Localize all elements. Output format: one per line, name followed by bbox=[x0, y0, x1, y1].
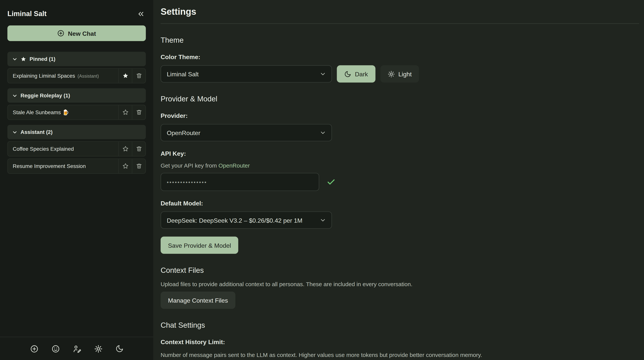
group-header-reggie-roleplay[interactable]: Reggie Roleplay (1) bbox=[8, 88, 146, 103]
group-label: Pinned (1) bbox=[30, 56, 56, 62]
chat-persona-suffix: (Assistant) bbox=[78, 73, 99, 78]
api-key-label: API Key: bbox=[160, 150, 639, 157]
chat-row[interactable]: Resume Improvement Session bbox=[8, 158, 146, 174]
settings-button[interactable] bbox=[94, 344, 102, 353]
sun-icon bbox=[388, 70, 394, 77]
provider-row: OpenRouter bbox=[160, 124, 639, 141]
star-outline-icon bbox=[122, 109, 128, 115]
delete-chat-button[interactable] bbox=[132, 159, 146, 173]
star-filled-icon bbox=[20, 56, 26, 62]
edit-persona-button[interactable] bbox=[72, 344, 81, 353]
chat-row[interactable]: Coffee Species Explained bbox=[8, 141, 146, 156]
plus-circle-icon bbox=[30, 344, 38, 353]
sidebar-footer-toolbar bbox=[0, 337, 153, 360]
delete-chat-button[interactable] bbox=[132, 105, 146, 120]
theme-toggle-button[interactable] bbox=[115, 344, 124, 353]
collapse-sidebar-button[interactable] bbox=[136, 9, 146, 19]
pin-chat-button[interactable] bbox=[118, 105, 132, 120]
provider-select[interactable]: OpenRouter bbox=[160, 124, 332, 141]
sidebar-header: Liminal Salt bbox=[8, 0, 146, 22]
delete-chat-button[interactable] bbox=[132, 142, 146, 156]
app-title: Liminal Salt bbox=[8, 10, 47, 18]
theme-section-heading: Theme bbox=[160, 36, 639, 45]
context-history-limit-description: Number of message pairs sent to the LLM … bbox=[160, 352, 639, 358]
save-row: Save Provider & Model bbox=[160, 236, 639, 254]
chat-title: Stale Ale Sunbeams 🍺 bbox=[13, 109, 69, 115]
group-header-assistant[interactable]: Assistant (2) bbox=[8, 125, 146, 139]
trash-icon bbox=[136, 163, 142, 169]
light-theme-button[interactable]: Light bbox=[380, 65, 419, 82]
dark-theme-button[interactable]: Dark bbox=[337, 65, 376, 82]
moon-icon bbox=[344, 70, 351, 77]
color-theme-value: Liminal Salt bbox=[167, 70, 198, 77]
app-root: Liminal Salt New Chat Pinned (1) Ex bbox=[0, 0, 644, 360]
chevron-down-icon bbox=[12, 130, 17, 134]
context-files-heading: Context Files bbox=[160, 266, 639, 275]
manage-context-files-button[interactable]: Manage Context Files bbox=[160, 292, 235, 309]
default-model-label: Default Model: bbox=[160, 200, 639, 206]
personas-icon bbox=[51, 344, 60, 353]
api-key-help: Get your API key from OpenRouter bbox=[160, 162, 639, 169]
provider-section-heading: Provider & Model bbox=[160, 95, 639, 104]
theme-controls-row: Liminal Salt Dark Light bbox=[160, 65, 639, 82]
dark-theme-label: Dark bbox=[355, 70, 368, 77]
light-theme-label: Light bbox=[398, 70, 412, 77]
group-label: Assistant (2) bbox=[20, 129, 52, 135]
user-edit-icon bbox=[72, 344, 81, 353]
new-chat-button[interactable]: New Chat bbox=[8, 26, 146, 41]
chat-settings-heading: Chat Settings bbox=[160, 321, 639, 330]
star-outline-icon bbox=[122, 163, 128, 169]
chat-row-main[interactable]: Coffee Species Explained bbox=[8, 142, 118, 156]
check-icon bbox=[326, 178, 336, 186]
trash-icon bbox=[136, 109, 142, 115]
new-chat-footer-button[interactable] bbox=[30, 344, 38, 353]
api-key-input[interactable] bbox=[160, 173, 319, 191]
new-chat-label: New Chat bbox=[68, 30, 96, 37]
plus-circle-icon bbox=[57, 30, 65, 37]
save-provider-model-button[interactable]: Save Provider & Model bbox=[160, 236, 238, 254]
title-divider bbox=[160, 23, 639, 24]
chat-group-assistant: Assistant (2) Coffee Species Explained bbox=[8, 125, 146, 174]
chat-title: Coffee Species Explained bbox=[13, 146, 74, 152]
openrouter-link[interactable]: OpenRouter bbox=[218, 162, 250, 169]
group-header-pinned[interactable]: Pinned (1) bbox=[8, 52, 146, 66]
trash-icon bbox=[136, 146, 142, 152]
star-filled-icon bbox=[122, 73, 128, 79]
sidebar-content: Liminal Salt New Chat Pinned (1) Ex bbox=[0, 0, 153, 337]
chevron-down-icon bbox=[12, 93, 17, 98]
color-theme-select[interactable]: Liminal Salt bbox=[160, 65, 332, 82]
default-model-row: DeepSeek: DeepSeek V3.2 – $0.26/$0.42 pe… bbox=[160, 212, 639, 229]
chevron-down-icon bbox=[320, 217, 326, 223]
chat-row[interactable]: Explaining Liminal Spaces (Assistant) bbox=[8, 68, 146, 83]
sidebar: Liminal Salt New Chat Pinned (1) Ex bbox=[0, 0, 153, 360]
provider-label: Provider: bbox=[160, 112, 639, 119]
group-label: Reggie Roleplay (1) bbox=[20, 92, 70, 98]
context-files-description: Upload files to provide additional conte… bbox=[160, 281, 639, 288]
chat-group-reggie-roleplay: Reggie Roleplay (1) Stale Ale Sunbeams 🍺 bbox=[8, 88, 146, 120]
chevron-down-icon bbox=[320, 130, 326, 136]
api-key-row bbox=[160, 173, 639, 191]
chevron-down-icon bbox=[12, 56, 17, 62]
unpin-chat-button[interactable] bbox=[118, 69, 132, 83]
page-title: Settings bbox=[160, 6, 639, 17]
chat-row[interactable]: Stale Ale Sunbeams 🍺 bbox=[8, 105, 146, 120]
pin-chat-button[interactable] bbox=[118, 159, 132, 173]
trash-icon bbox=[136, 73, 142, 79]
chevrons-left-icon bbox=[137, 10, 145, 18]
pin-chat-button[interactable] bbox=[118, 142, 132, 156]
star-outline-icon bbox=[122, 146, 128, 152]
color-theme-label: Color Theme: bbox=[160, 53, 639, 60]
chat-group-pinned: Pinned (1) Explaining Liminal Spaces (As… bbox=[8, 52, 146, 84]
moon-icon bbox=[115, 344, 124, 353]
provider-value: OpenRouter bbox=[167, 129, 200, 136]
api-key-help-text: Get your API key from bbox=[160, 162, 218, 169]
chat-row-main[interactable]: Stale Ale Sunbeams 🍺 bbox=[8, 105, 118, 120]
chat-row-main[interactable]: Explaining Liminal Spaces (Assistant) bbox=[8, 69, 118, 83]
delete-chat-button[interactable] bbox=[132, 69, 146, 83]
context-files-row: Manage Context Files bbox=[160, 292, 639, 309]
gear-icon bbox=[94, 344, 102, 353]
default-model-select[interactable]: DeepSeek: DeepSeek V3.2 – $0.26/$0.42 pe… bbox=[160, 212, 332, 229]
personas-button[interactable] bbox=[51, 344, 60, 353]
chat-row-main[interactable]: Resume Improvement Session bbox=[8, 159, 118, 173]
context-history-limit-label: Context History Limit: bbox=[160, 338, 639, 345]
